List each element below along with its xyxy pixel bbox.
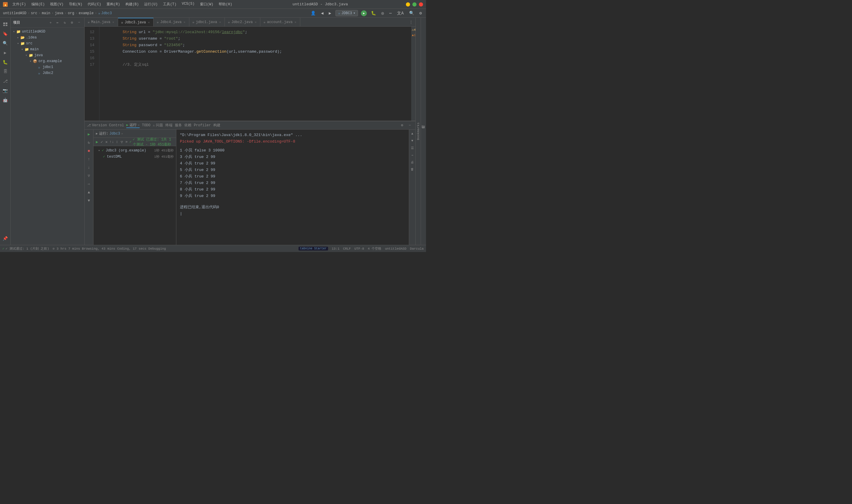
sidebar-icon-find[interactable]: 🔍 [1,39,10,47]
search-icon[interactable]: 🔍 [408,10,415,16]
rst-cross-icon[interactable]: ✕ [105,139,108,145]
run-tab-label[interactable]: 运行 [130,123,137,127]
breadcrumb-main[interactable]: main [42,11,50,15]
tab-jdbc2[interactable]: ☕ Jdbc2.java ✕ [225,18,260,26]
tree-sync-icon[interactable]: ↻ [62,19,68,25]
run-play-icon[interactable]: ▶ [86,131,93,138]
sidebar-icon-camera[interactable]: 📷 [1,86,10,95]
sidebar-icon-bookmark[interactable]: 🔖 [1,30,10,38]
debug-icon[interactable]: 🐛 [370,10,377,16]
tab-close-jdbc2[interactable]: ✕ [254,20,257,24]
sidebar-icon-run[interactable]: ▶ [1,49,10,57]
status-line-ending[interactable]: CRLF [343,247,351,251]
settings-icon[interactable]: ⚙ [418,10,423,16]
tab-close-main[interactable]: ✕ [112,20,115,24]
todo-tab[interactable]: TODO [142,123,150,127]
menu-build[interactable]: 构建(B) [123,1,141,8]
console-clear-icon[interactable]: 🗑 [410,166,415,172]
breadcrumb-project[interactable]: untitledASD [3,11,26,15]
version-control-tab[interactable]: ⎇ [87,123,91,127]
run-filter-icon[interactable]: ▽ [86,172,93,179]
run-button[interactable]: ▶ [361,10,367,16]
menu-vcs[interactable]: VCS(S) [179,1,197,8]
menu-run[interactable]: 运行(U) [142,1,160,8]
bookmarks-label[interactable]: Bookmarks [416,121,421,141]
menu-help[interactable]: 帮助(H) [216,1,235,8]
status-indent[interactable]: 4 个空格 [368,246,381,251]
run-more-icon[interactable]: ⋯ [388,10,393,16]
status-test-result[interactable]: ✓ ✓ 测试通过: 1 (片刻 之前) [2,246,49,251]
rst-sort-desc[interactable]: ↕ [115,139,119,145]
coverage-icon[interactable]: ◎ [380,10,385,16]
breadcrumb-example[interactable]: example [79,11,93,15]
tree-node-java[interactable]: ▾ 📁 java [11,52,84,58]
run-sort-desc-icon[interactable]: ↓ [86,164,93,171]
tree-node-jdbc2[interactable]: ☕ Jdbc2 [11,70,84,76]
tab-account[interactable]: ☕ account.java ✕ [260,18,300,26]
sidebar-icon-database[interactable]: 🗄 [1,68,10,76]
tree-node-jdbc1[interactable]: ☕ jdbc1 [11,64,84,70]
translate-icon[interactable]: 文A [396,10,405,17]
sidebar-icon-git[interactable]: ⎇ [1,77,10,85]
tree-node-org-example[interactable]: ▾ 📦 org.example [11,58,84,64]
console-up-icon[interactable]: ▲ [410,131,415,137]
run-import-icon[interactable]: ⇨ [86,180,93,187]
deps-tab[interactable]: 依赖 [184,123,192,128]
run-down-icon[interactable]: ▼ [86,197,93,204]
sidebar-icon-debug[interactable]: 🐛 [1,58,10,66]
tabs-more-button[interactable]: ⋮ [407,18,415,26]
console-down-icon[interactable]: ▼ [410,138,415,144]
menu-window[interactable]: 窗口(W) [198,1,216,8]
run-tab-close[interactable]: ✕ [138,123,140,127]
rst-check-icon[interactable]: ✓ [100,139,104,145]
status-encoding[interactable]: UTF-8 [355,247,364,251]
status-position[interactable]: 13:1 [332,247,339,251]
menu-refactor[interactable]: 重构(R) [104,1,123,8]
menu-tools[interactable]: 工具(T) [161,1,179,8]
forward-icon[interactable]: ▶ [327,10,332,16]
panel-minimize-icon[interactable]: − [406,122,413,129]
back-icon[interactable]: ◀ [320,10,325,16]
run-stop-icon[interactable]: ■ [86,147,93,155]
console-cursor[interactable]: | [180,211,405,217]
run-rerun-icon[interactable]: ↻ [86,139,93,146]
tree-node-root[interactable]: ▾ 📁 untitledASD [11,29,84,35]
run-up-icon[interactable]: ▲ [86,189,93,196]
breadcrumb-org[interactable]: org [68,11,74,15]
menu-code[interactable]: 代码(C) [85,1,104,8]
services-tab[interactable]: 服务 [175,123,182,128]
menu-file[interactable]: 文件(F) [10,1,29,8]
close-button[interactable] [419,2,423,6]
tabnine-badge[interactable]: tabnine Starter [298,247,328,251]
breadcrumb-java[interactable]: java [55,11,63,15]
rst-sort-asc[interactable]: ↑↓ [109,139,114,145]
tree-add-icon[interactable]: ＋ [48,19,54,25]
structure-label[interactable]: 结构 [421,130,426,132]
tree-node-idea[interactable]: ▸ 📂 .idea [11,35,84,40]
console-wrap-icon[interactable]: ⇒ [410,152,415,158]
tree-collapse-icon[interactable]: ⇤ [55,19,61,25]
terminal-tab[interactable]: 终端 [165,123,173,128]
tab-close-jdbc4[interactable]: ✕ [183,20,186,24]
tab-jdbc3[interactable]: ☕ Jdbc3.java ✕ [118,18,153,26]
tree-minimize-icon[interactable]: − [76,19,82,25]
run-tree-item-testdml[interactable]: ✓ testDML 1秒 451毫秒 [93,154,176,160]
rst-filter[interactable]: ▽ [120,139,124,145]
run-sort-asc-icon[interactable]: ↑ [86,156,93,163]
sidebar-icon-pin[interactable]: 📌 [1,234,10,242]
tab-jdbc4[interactable]: ☕ Jdbc4.java ✕ [153,18,189,26]
menu-navigate[interactable]: 导航(N) [67,1,85,8]
problems-tab[interactable]: 问题 [156,123,163,128]
menu-view[interactable]: 视图(V) [48,1,66,8]
menu-edit[interactable]: 编辑(E) [29,1,47,8]
version-control-label[interactable]: Version Control [92,123,124,127]
tree-node-main[interactable]: ▾ 📁 main [11,47,84,52]
console-print-icon[interactable]: 🖨 [410,159,415,165]
build-tab[interactable]: 构建 [213,123,220,128]
sidebar-icon-android[interactable]: 🤖 [1,96,10,104]
status-activity[interactable]: ⊙ 3 hrs 7 mins Browsing, 43 mins Coding,… [53,247,166,251]
tab-main[interactable]: ☕ Main.java ✕ [85,18,118,26]
run-tree-item-jdbc3[interactable]: ▾ ✓ Jdbc3 (org.example) 1秒 451毫秒 [93,147,176,154]
minimize-button[interactable] [406,2,410,6]
console-filter-icon[interactable]: ☰ [410,145,415,151]
